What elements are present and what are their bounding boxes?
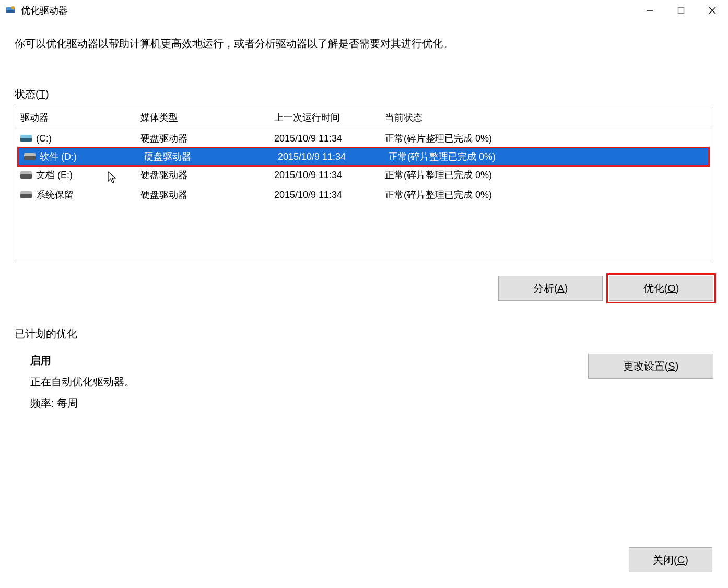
maximize-button[interactable] [665, 0, 697, 21]
window-title: 优化驱动器 [21, 4, 634, 17]
analyze-button[interactable]: 分析(A) [498, 276, 603, 301]
change-settings-button[interactable]: 更改设置(S) [588, 354, 713, 379]
close-window-button[interactable] [697, 0, 728, 21]
optimize-button[interactable]: 优化(O) [609, 276, 713, 301]
drive-row-e[interactable]: 文档 (E:) 硬盘驱动器 2015/10/9 11:34 正常(碎片整理已完成… [15, 165, 713, 185]
svg-rect-4 [678, 8, 684, 14]
svg-rect-1 [6, 10, 15, 13]
scheduled-freq: 频率: 每周 [30, 396, 588, 410]
drive-icon [20, 171, 32, 179]
drive-list[interactable]: 驱动器 媒体类型 上一次运行时间 当前状态 (C:) 硬盘驱动器 2015/10… [15, 107, 713, 263]
list-header: 驱动器 媒体类型 上一次运行时间 当前状态 [15, 107, 713, 128]
col-header-drive[interactable]: 驱动器 [20, 111, 140, 124]
close-button[interactable]: 关闭(C) [629, 547, 712, 572]
drive-icon [20, 191, 32, 198]
minimize-button[interactable] [634, 0, 665, 21]
svg-point-2 [11, 6, 15, 9]
scheduled-title: 启用 [30, 354, 588, 368]
col-header-media[interactable]: 媒体类型 [140, 111, 274, 124]
drive-icon [20, 135, 32, 142]
col-header-last[interactable]: 上一次运行时间 [274, 111, 385, 124]
scheduled-section-label: 已计划的优化 [15, 327, 713, 341]
window-controls [634, 0, 728, 21]
app-icon [5, 5, 16, 16]
description-text: 你可以优化驱动器以帮助计算机更高效地运行，或者分析驱动器以了解是否需要对其进行优… [15, 37, 713, 51]
col-header-status[interactable]: 当前状态 [385, 111, 708, 124]
drive-row-sysreserved[interactable]: 系统保留 硬盘驱动器 2015/10/9 11:34 正常(碎片整理已完成 0%… [15, 185, 713, 205]
drive-icon [24, 153, 36, 160]
status-label: 状态(T) [15, 87, 713, 101]
drive-row-c[interactable]: (C:) 硬盘驱动器 2015/10/9 11:34 正常(碎片整理已完成 0%… [15, 128, 713, 148]
drive-row-d[interactable]: 软件 (D:) 硬盘驱动器 2015/10/9 11:34 正常(碎片整理已完成… [17, 147, 710, 167]
titlebar: 优化驱动器 [0, 0, 728, 21]
scheduled-desc: 正在自动优化驱动器。 [30, 375, 588, 389]
